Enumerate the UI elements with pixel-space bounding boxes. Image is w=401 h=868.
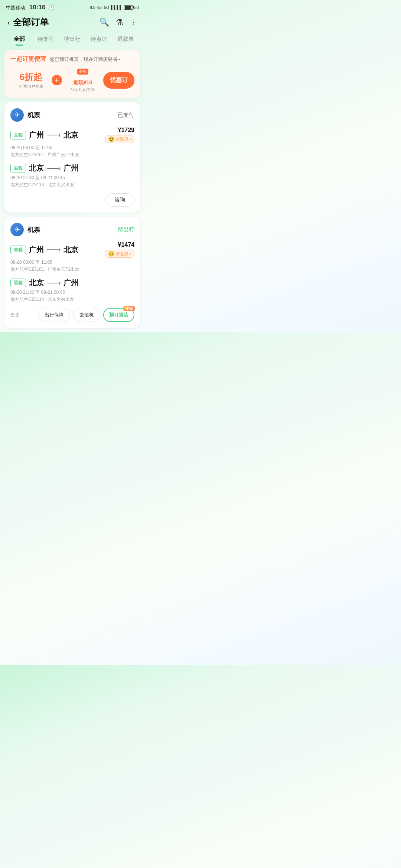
order-2-footer: 更多 出行保障 去值机 6折起 预订酒店: [10, 308, 134, 322]
speed-label: 8.5 K/s: [90, 5, 102, 10]
page-title: 全部订单: [13, 16, 49, 28]
book-hotel-button[interactable]: 6折起 预订酒店: [103, 308, 134, 322]
banner-title-row: 一起订更便宜 您已预订机票，现在订酒店更省~: [10, 55, 134, 63]
route-arrow-icon: ——›: [47, 132, 61, 138]
order-2-s2-row: 返程 北京 ——› 广州: [10, 278, 134, 288]
route-arrow-icon-3: ——›: [47, 246, 61, 253]
segment-1-route-row: 去程 广州 ——› 北京 ¥1729 😊 待返现 ›: [10, 127, 134, 143]
segment-2-tag: 返程: [10, 164, 26, 172]
segment-1-route: 广州 ——› 北京: [29, 130, 78, 140]
order-2-s2-tag: 返程: [10, 279, 26, 287]
tab-refund[interactable]: 退款单: [112, 33, 139, 46]
consult-button[interactable]: 咨询: [105, 193, 134, 207]
network-label: 5G: [104, 5, 110, 10]
cashback-badge-2[interactable]: 😊 待返现 ›: [105, 250, 134, 258]
segment-1-flight-info: 南方航空CZ3101 | 广州白云T2出发: [10, 152, 134, 158]
tab-bar: 全部 待支付 待出行 待点评 退款单: [0, 33, 145, 46]
order-2-s2-time: 08-20 21:30 至 08-21 00:45: [10, 289, 134, 296]
deal-cashback-value: 返现¥10: [62, 76, 103, 86]
deal-cashback: 必得 返现¥10 24小时内下单: [62, 68, 103, 93]
order-card-2: ✈ 机票 待出行 去程 广州 ——› 北京 ¥1474 😊 待返现 ›: [4, 217, 140, 328]
deal-cashback-label: 24小时内下单: [62, 87, 103, 93]
segment-2-route: 北京 ——› 广州: [29, 163, 78, 173]
order-2-header: ✈ 机票 待出行: [10, 223, 134, 236]
tab-pending-travel[interactable]: 待出行: [59, 33, 86, 46]
order-1-status: 已支付: [118, 112, 134, 119]
order-2-status: 待出行: [118, 226, 134, 233]
more-label[interactable]: 更多: [10, 312, 20, 318]
segment-2-flight-info: 南方航空CZ3114 | 北京大兴出发: [10, 182, 134, 188]
deal-order-button[interactable]: 优惠订: [103, 72, 134, 89]
order-2-s1-flight-info: 南方航空CZ3101 | 广州白云T2出发: [10, 266, 134, 273]
segment-1-left: 去程 广州 ——› 北京: [10, 130, 78, 140]
segment-1-price-area: ¥1729 😊 待返现 ›: [105, 127, 134, 143]
route-arrow-icon-4: ——›: [47, 280, 61, 286]
order-2-s2-flight-info: 南方航空CZ3114 | 北京大兴出发: [10, 296, 134, 303]
smiley-icon: 😊: [108, 136, 114, 142]
status-icons: 8.5 K/s 5G ▌▌▌▌ 50: [90, 5, 139, 10]
promotion-banner: 一起订更便宜 您已预订机票，现在订酒店更省~ 6折起 机票用户专享 + 必得 返…: [4, 50, 140, 98]
header-right: 🔍 ⚗ ⋮: [99, 17, 137, 27]
order-2-s2-route: 北京 ——› 广州: [29, 278, 78, 288]
order-2-s1-price-area: ¥1474 😊 待返现 ›: [105, 241, 134, 258]
filter-icon[interactable]: ⚗: [116, 17, 123, 27]
segment-2-time: 08-20 21:30 至 08-21 00:45: [10, 175, 134, 181]
deal-discount-label: 机票用户专享: [10, 84, 52, 89]
order-2-s2-left: 返程 北京 ——› 广州: [10, 278, 78, 288]
battery-icon: [124, 5, 133, 10]
deal-discount: 6折起 机票用户专享: [10, 71, 52, 89]
order-1-header-left: ✈ 机票: [10, 108, 40, 122]
order-2-s1-price: ¥1474: [105, 241, 134, 248]
cashback-badge-1[interactable]: 😊 待返现 ›: [105, 135, 134, 143]
travel-protection-button[interactable]: 出行保障: [38, 308, 70, 322]
order-2-s1-tag: 去程: [10, 246, 26, 254]
segment-1-tag: 去程: [10, 131, 26, 139]
more-icon[interactable]: ⋮: [130, 18, 137, 26]
order-2-s1-left: 去程 广州 ——› 北京: [10, 245, 78, 255]
smiley-icon-2: 😊: [108, 251, 114, 257]
order-card-1: ✈ 机票 已支付 去程 广州 ——› 北京 ¥1729 😊 待返现 ›: [4, 102, 140, 213]
action-buttons: 出行保障 去值机 6折起 预订酒店: [38, 308, 134, 322]
tab-pending-review[interactable]: 待点评: [86, 33, 113, 46]
order-1-header: ✈ 机票 已支付: [10, 108, 134, 122]
carrier-time: 中国移动 10:16 🕐: [6, 4, 54, 11]
order-1-footer: 咨询: [10, 193, 134, 207]
order-2-s1-time: 08-20 08:00 至 11:05: [10, 259, 134, 266]
status-bar: 中国移动 10:16 🕐 8.5 K/s 5G ▌▌▌▌ 50: [0, 0, 145, 13]
status-time: 10:16: [29, 4, 45, 11]
signal-icon: ▌▌▌▌: [111, 5, 123, 10]
order-2-s1-route: 广州 ——› 北京: [29, 245, 78, 255]
battery-label: 50: [134, 5, 139, 10]
hotel-discount-badge: 6折起: [123, 306, 135, 311]
search-icon[interactable]: 🔍: [99, 17, 109, 27]
header-left: ‹ 全部订单: [7, 16, 49, 28]
tab-all[interactable]: 全部: [6, 33, 33, 46]
order-2-segment-2: 返程 北京 ——› 广州 08-20 21:30 至 08-21 00:45 南…: [10, 278, 134, 303]
order-2-icon: ✈: [10, 223, 24, 236]
deal-discount-value: 6折起: [10, 71, 52, 83]
order-1-segment-1: 去程 广州 ——› 北京 ¥1729 😊 待返现 › 08-20 08:00 至…: [10, 127, 134, 158]
segment-2-route-row: 返程 北京 ——› 广州: [10, 163, 134, 173]
segment-1-time: 08-20 08:00 至 11:05: [10, 145, 134, 151]
order-1-icon: ✈: [10, 108, 24, 122]
route-arrow-icon-2: ——›: [47, 165, 61, 172]
checkin-button[interactable]: 去值机: [73, 308, 100, 322]
order-2-s1-row: 去程 广州 ——› 北京 ¥1474 😊 待返现 ›: [10, 241, 134, 258]
tab-pending-pay[interactable]: 待支付: [33, 33, 59, 46]
deal-plus-icon: +: [52, 75, 62, 85]
carrier-label: 中国移动: [6, 5, 25, 10]
banner-deals-row: 6折起 机票用户专享 + 必得 返现¥10 24小时内下单 优惠订: [10, 68, 134, 93]
cashback-arrow-icon-2: ›: [130, 251, 131, 256]
banner-sub-text: 您已预订机票，现在订酒店更省~: [50, 56, 120, 63]
order-2-segment-1: 去程 广州 ——› 北京 ¥1474 😊 待返现 › 08-20 08:00 至…: [10, 241, 134, 273]
banner-highlight-text: 一起订更便宜: [10, 55, 46, 63]
order-2-type: 机票: [27, 226, 40, 234]
order-1-segment-2: 返程 北京 ——› 广州 08-20 21:30 至 08-21 00:45 南…: [10, 163, 134, 188]
cashback-prefix: 返现¥: [73, 79, 87, 85]
segment-1-price: ¥1729: [105, 127, 134, 134]
back-button[interactable]: ‹: [7, 18, 10, 27]
must-badge: 必得: [77, 69, 88, 75]
order-1-type: 机票: [27, 111, 40, 119]
segment-2-left: 返程 北京 ——› 广州: [10, 163, 78, 173]
cashback-arrow-icon: ›: [130, 137, 131, 141]
